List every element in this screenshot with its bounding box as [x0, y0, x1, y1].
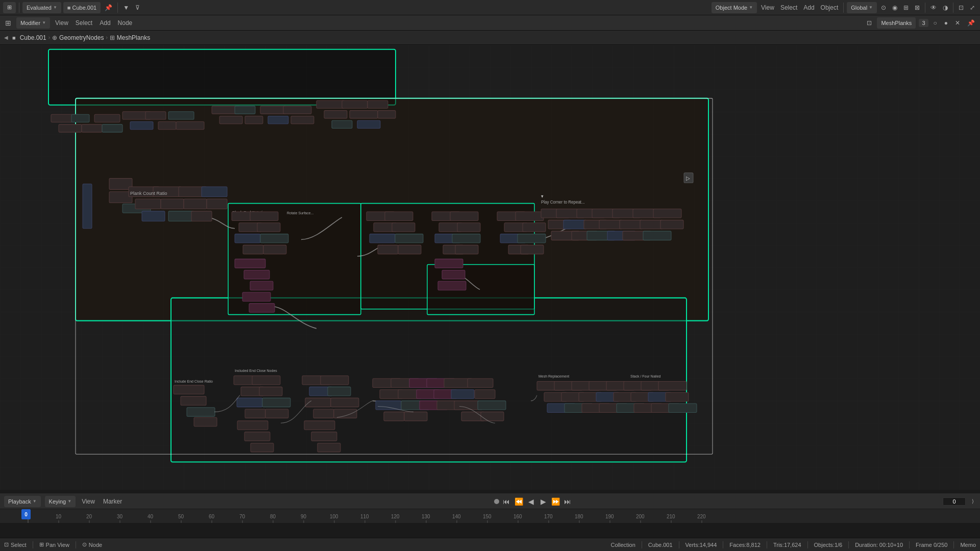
- object-mode-button[interactable]: Object Mode ▼: [712, 2, 757, 13]
- sphere-icon[interactable]: ●: [942, 18, 950, 28]
- svg-text:90: 90: [301, 514, 307, 519]
- scene-filter-button[interactable]: ▼: [121, 3, 131, 12]
- svg-rect-73: [392, 223, 415, 232]
- svg-rect-163: [468, 379, 493, 387]
- svg-rect-119: [187, 408, 215, 416]
- svg-rect-150: [398, 390, 421, 398]
- playback-toolbar: Playback ▼ Keying ▼ View Marker ⏮ ⏪ ◀ ▶ …: [0, 493, 980, 509]
- view-button[interactable]: View: [759, 3, 776, 12]
- svg-rect-109: [623, 231, 651, 240]
- separator2: [117, 3, 118, 13]
- svg-rect-23: [245, 116, 263, 124]
- left-arrow: ◀: [4, 35, 8, 40]
- cube-icon: ■: [67, 5, 71, 11]
- node-editor-canvas[interactable]: Plank Count Ratio Plank End Rotation Rot…: [0, 45, 980, 490]
- play-button[interactable]: ▶: [538, 496, 548, 507]
- next-keyframe-button[interactable]: ⏩: [550, 496, 560, 507]
- add-button-top[interactable]: Add: [801, 3, 816, 12]
- select-node-button[interactable]: Select: [74, 18, 94, 28]
- frame-ruler[interactable]: 0 0 10 20 30 40 50 60 70 80 90 100: [0, 509, 980, 523]
- svg-rect-108: [620, 220, 643, 229]
- breadcrumb-nodegroup[interactable]: MeshPlanks: [117, 34, 150, 41]
- filter-button[interactable]: ⊽: [133, 3, 142, 12]
- svg-text:200: 200: [636, 514, 645, 519]
- editor-type-button[interactable]: ⊞: [3, 2, 16, 13]
- svg-rect-106: [607, 231, 635, 240]
- node-menu-button[interactable]: Node: [116, 18, 135, 28]
- svg-text:40: 40: [148, 514, 154, 519]
- breadcrumb-bar: ◀ ■ Cube.001 › ⊕ GeometryNodes › ⊞ MeshP…: [0, 31, 980, 45]
- svg-rect-43: [153, 187, 181, 197]
- node-hint: ⊙ Node: [82, 541, 102, 548]
- svg-rect-11: [82, 124, 102, 132]
- svg-rect-153: [409, 379, 437, 387]
- svg-text:110: 110: [360, 514, 369, 519]
- play-reverse-button[interactable]: ◀: [526, 496, 536, 507]
- pin-material-button[interactable]: 📌: [965, 18, 977, 28]
- prev-keyframe-button[interactable]: ⏪: [513, 496, 524, 507]
- view-node-button[interactable]: View: [53, 18, 70, 28]
- snap2-icon[interactable]: ⊞: [901, 3, 911, 12]
- svg-rect-112: [643, 231, 671, 240]
- render-icon[interactable]: ⊡: [957, 3, 966, 12]
- svg-rect-86: [438, 281, 466, 290]
- modifier-button[interactable]: Modifier ▼: [16, 17, 50, 29]
- svg-rect-15: [130, 121, 153, 129]
- svg-rect-156: [427, 379, 455, 387]
- svg-rect-31: [342, 101, 368, 108]
- current-frame-input[interactable]: 0: [943, 497, 966, 506]
- pin-button[interactable]: 📌: [103, 3, 114, 12]
- select-button-top[interactable]: Select: [778, 3, 799, 12]
- close-material-button[interactable]: ✕: [953, 18, 962, 28]
- svg-rect-104: [592, 209, 620, 218]
- object-button-top[interactable]: Object: [819, 3, 841, 12]
- svg-rect-37: [109, 179, 132, 190]
- svg-rect-167: [537, 381, 565, 390]
- cube-object-button[interactable]: ■ Cube.001: [63, 2, 101, 13]
- object-stat-label: Cube.001: [648, 542, 673, 548]
- keying-button[interactable]: Keying ▼: [45, 496, 76, 507]
- svg-rect-74: [395, 234, 423, 243]
- viewport-shading-icon[interactable]: ◑: [941, 3, 950, 12]
- mesh-icon[interactable]: ○: [932, 18, 939, 28]
- material-name-button[interactable]: MeshPlanks: [877, 17, 916, 29]
- svg-text:60: 60: [209, 514, 215, 519]
- overlay-icon[interactable]: ⊠: [913, 3, 922, 12]
- svg-rect-59: [250, 212, 278, 220]
- svg-rect-134: [302, 376, 330, 385]
- add-node-button[interactable]: Add: [97, 18, 112, 28]
- svg-text:30: 30: [117, 514, 123, 519]
- evaluation-mode-button[interactable]: Evaluated ▼: [22, 2, 61, 13]
- breadcrumb-modifier[interactable]: GeometryNodes: [59, 34, 104, 41]
- breadcrumb-object[interactable]: Cube.001: [20, 34, 46, 41]
- object-mode-label: Object Mode: [716, 5, 747, 11]
- playback-menu-button[interactable]: Playback ▼: [4, 496, 41, 507]
- fullscreen-icon[interactable]: ⤢: [968, 3, 977, 12]
- proportional-icon[interactable]: ◉: [890, 3, 899, 12]
- jump-start-button[interactable]: ⏮: [501, 496, 511, 507]
- frame-expand-button[interactable]: ⟩: [970, 497, 976, 505]
- svg-rect-28: [316, 101, 345, 108]
- eval-mode-label: Evaluated: [27, 5, 52, 11]
- svg-rect-63: [235, 259, 265, 268]
- node-label: Node: [89, 542, 102, 548]
- svg-text:80: 80: [270, 514, 276, 519]
- svg-rect-171: [561, 392, 584, 401]
- view-timeline-button[interactable]: View: [80, 497, 97, 506]
- editor-type-small-button[interactable]: ⊞: [3, 18, 13, 28]
- marker-button[interactable]: Marker: [101, 497, 124, 506]
- global-transform-button[interactable]: Global ▼: [847, 2, 877, 13]
- status-sep7: [807, 541, 808, 548]
- gizmo-icon[interactable]: 👁: [928, 3, 939, 12]
- svg-text:160: 160: [513, 514, 522, 519]
- jump-end-button[interactable]: ⏭: [562, 496, 573, 507]
- keying-dropdown: ▼: [67, 499, 71, 504]
- svg-rect-87: [497, 212, 525, 220]
- svg-rect-181: [617, 404, 645, 412]
- playback-controls: ⏮ ⏪ ◀ ▶ ⏩ ⏭: [494, 496, 573, 507]
- material-slot-icon[interactable]: ⊡: [865, 18, 874, 28]
- svg-rect-77: [439, 223, 462, 232]
- svg-rect-40: [129, 187, 159, 197]
- svg-rect-9: [59, 124, 82, 132]
- snap-icon[interactable]: ⊙: [879, 3, 888, 12]
